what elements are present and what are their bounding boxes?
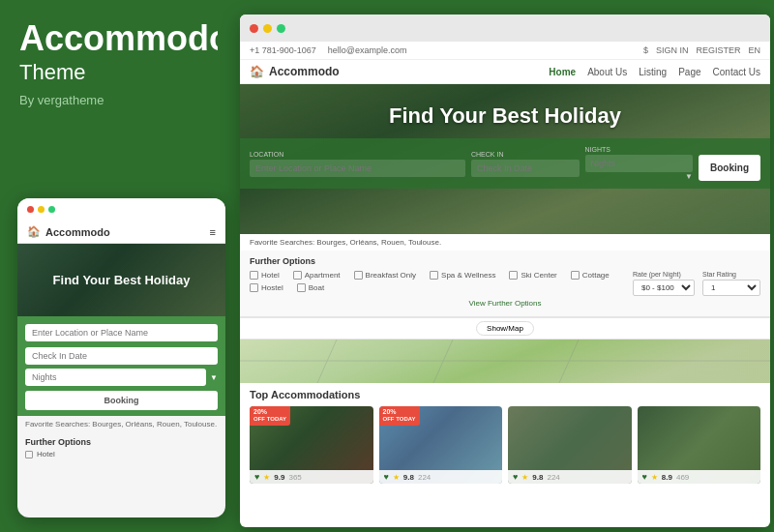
- hero-search-bar: LOCATION CHECK IN NIGHTS ▼ Booking: [240, 138, 770, 189]
- checkbox-breakfast[interactable]: [354, 271, 363, 280]
- show-map-button[interactable]: Show/Map: [476, 321, 534, 336]
- accomm-card-4[interactable]: ♥ ★ 8.9 469: [638, 406, 761, 484]
- rating-4: 8.9: [662, 473, 672, 482]
- b-dot-yellow: [263, 24, 272, 33]
- mobile-hotel-option: Hotel: [25, 450, 218, 458]
- checkin-group: CHECK IN: [471, 151, 580, 177]
- favorite-searches: Favorite Searches: Bourges, Orléans, Rou…: [240, 234, 770, 251]
- star-group: Star Rating 1: [702, 271, 760, 296]
- mobile-nights-input[interactable]: [25, 369, 206, 386]
- star-icon-3: ★: [521, 473, 528, 482]
- checkbox-apartment[interactable]: [293, 271, 302, 280]
- rating-2: 9.8: [403, 473, 414, 482]
- card-footer-4: ♥ ★ 8.9 469: [638, 470, 761, 484]
- label-cottage: Cottage: [582, 271, 610, 280]
- label-breakfast: Breakfast Only: [366, 271, 416, 280]
- email-address: hello@example.com: [328, 45, 407, 55]
- right-panel: +1 781-900-1067 hello@example.com $ SIGN…: [240, 15, 770, 527]
- checkin-input[interactable]: [471, 160, 580, 177]
- location-label: LOCATION: [250, 151, 465, 158]
- booking-button[interactable]: Booking: [699, 155, 760, 181]
- register-link[interactable]: REGISTER: [696, 45, 740, 55]
- left-panel: Accommodo Theme By vergatheme 🏠 Accommod…: [0, 0, 237, 532]
- option-boat: Boat: [297, 283, 324, 292]
- option-breakfast: Breakfast Only: [354, 271, 416, 280]
- accomm-card-2[interactable]: 20% OFF TODAY ♥ ★ 9.8 224: [379, 406, 503, 484]
- label-hotel: Hotel: [261, 271, 280, 280]
- checkbox-hotel[interactable]: [250, 271, 258, 280]
- section-title: Top Accommodations: [250, 389, 760, 400]
- checkbox-ski[interactable]: [509, 271, 518, 280]
- navbar-menu: Home About Us Listing Page Contact Us: [549, 67, 760, 77]
- star-icon-4: ★: [651, 473, 658, 482]
- label-apartment: Apartment: [305, 271, 341, 280]
- card-badge-1: 20% OFF TODAY: [250, 406, 290, 426]
- topbar-right: $ SIGN IN REGISTER EN: [643, 45, 760, 55]
- mobile-further-options: Further Options Hotel: [17, 432, 225, 463]
- hotel-label: Hotel: [37, 450, 55, 458]
- option-cottage: Cottage: [571, 271, 610, 280]
- currency-selector[interactable]: $: [643, 45, 648, 55]
- location-input[interactable]: [250, 160, 465, 177]
- checkbox-hostel[interactable]: [250, 283, 258, 292]
- heart-icon-4: ♥: [642, 472, 647, 482]
- star-label: Star Rating: [702, 271, 760, 278]
- top-accommodations-section: Top Accommodations 20% OFF TODAY ♥ ★ 9.9…: [240, 383, 770, 488]
- checkbox-cottage[interactable]: [571, 271, 580, 280]
- accommodations-grid: 20% OFF TODAY ♥ ★ 9.9 365 20% OFF TODAY …: [250, 406, 760, 484]
- nav-contact[interactable]: Contact Us: [713, 67, 760, 77]
- nights-input[interactable]: [585, 155, 694, 172]
- phone-number: +1 781-900-1067: [250, 45, 316, 55]
- badge-sub-1: OFF TODAY: [253, 416, 286, 423]
- hotel-checkbox[interactable]: [25, 451, 33, 458]
- dot-yellow: [38, 206, 45, 213]
- accomm-card-3[interactable]: ♥ ★ 9.8 224: [508, 406, 632, 484]
- label-hostel: Hostel: [261, 283, 283, 292]
- star-icon-2: ★: [393, 473, 400, 482]
- mobile-booking-button[interactable]: Booking: [25, 391, 218, 410]
- nights-group: NIGHTS ▼: [585, 146, 694, 181]
- reviews-1: 365: [288, 473, 301, 482]
- topbar-left: +1 781-900-1067 hello@example.com: [250, 45, 407, 55]
- nights-label: NIGHTS: [585, 146, 694, 153]
- mobile-further-title: Further Options: [25, 437, 218, 447]
- nav-about[interactable]: About Us: [587, 67, 627, 77]
- language-selector[interactable]: EN: [748, 45, 760, 55]
- option-spa: Spa & Wellness: [430, 271, 495, 280]
- badge-percent-1: 20%: [253, 408, 286, 416]
- badge-sub-2: OFF TODAY: [383, 416, 416, 423]
- location-group: LOCATION: [250, 151, 465, 177]
- home-icon: 🏠: [27, 225, 41, 238]
- star-select[interactable]: 1: [702, 280, 760, 296]
- b-dot-red: [250, 24, 258, 33]
- checkin-label: CHECK IN: [471, 151, 580, 158]
- show-map-bar: Show/Map: [240, 317, 770, 340]
- checkbox-spa[interactable]: [430, 271, 438, 280]
- browser-titlebar: [240, 15, 770, 42]
- rate-select[interactable]: $0 - $100: [633, 280, 695, 296]
- label-boat: Boat: [309, 283, 324, 292]
- map-strip: [240, 340, 770, 383]
- site-hero: Find Your Best Holiday LOCATION CHECK IN…: [240, 84, 770, 234]
- mobile-checkin-input[interactable]: [25, 347, 218, 365]
- mobile-navbar: 🏠 Accommodo ≡: [17, 221, 225, 244]
- star-icon-1: ★: [263, 473, 270, 482]
- option-ski: Ski Center: [509, 271, 556, 280]
- accomm-card-1[interactable]: 20% OFF TODAY ♥ ★ 9.9 365: [250, 406, 373, 484]
- hero-title: Find Your Best Holiday: [389, 103, 621, 129]
- reviews-4: 469: [676, 473, 689, 482]
- heart-icon-2: ♥: [384, 472, 389, 482]
- rating-3: 9.8: [532, 473, 543, 482]
- nav-page[interactable]: Page: [678, 67, 700, 77]
- checkbox-boat[interactable]: [297, 283, 306, 292]
- brand-author: By vergatheme: [19, 93, 218, 107]
- nav-listing[interactable]: Listing: [639, 67, 667, 77]
- badge-percent-2: 20%: [383, 408, 416, 416]
- nav-home[interactable]: Home: [549, 67, 576, 77]
- view-further-button[interactable]: View Further Options: [250, 296, 760, 310]
- mobile-location-input[interactable]: [25, 324, 218, 341]
- mobile-preview: 🏠 Accommodo ≡ Find Your Best Holiday ▼ B…: [17, 198, 225, 517]
- sign-in-link[interactable]: SIGN IN: [656, 45, 689, 55]
- card-footer-3: ♥ ★ 9.8 224: [508, 470, 632, 484]
- heart-icon-1: ♥: [254, 472, 259, 482]
